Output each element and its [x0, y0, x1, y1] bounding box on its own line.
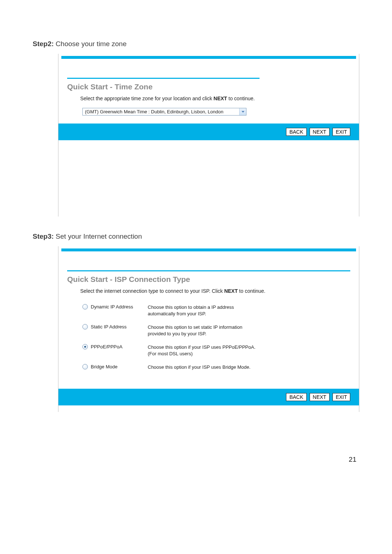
step3-button-bar: BACK NEXT EXIT: [58, 389, 359, 405]
next-button[interactable]: NEXT: [310, 393, 330, 401]
timezone-value: (GMT) Greenwich Mean Time : Dublin, Edin…: [83, 108, 239, 115]
section-divider: [67, 270, 350, 271]
step3-panel: Quick Start - ISP Connection Type Select…: [58, 246, 359, 412]
step3-caption: Step3: Set your Internet connection: [33, 232, 359, 240]
step2-panel: Quick Start - Time Zone Select the appro…: [58, 54, 359, 217]
step3-caption-bold: Step3:: [33, 232, 54, 240]
option-label: PPPoE/PPPoA: [91, 344, 122, 349]
step2-instruction: Select the appropriate time zone for you…: [80, 96, 350, 101]
exit-button[interactable]: EXIT: [332, 128, 350, 136]
timezone-select[interactable]: (GMT) Greenwich Mean Time : Dublin, Edin…: [82, 108, 246, 116]
next-button[interactable]: NEXT: [310, 128, 330, 136]
option-label: Bridge Mode: [91, 364, 118, 369]
option-label: Static IP Address: [91, 324, 127, 329]
back-button[interactable]: BACK: [286, 128, 306, 136]
radio-icon[interactable]: [82, 304, 88, 310]
radio-icon[interactable]: [82, 324, 88, 329]
top-accent-bar: [61, 56, 356, 59]
section-divider: [67, 78, 260, 79]
step2-caption-bold: Step2:: [33, 40, 54, 48]
isp-option-row[interactable]: Static IP Address Choose this option to …: [82, 320, 261, 340]
step2-title: Quick Start - Time Zone: [67, 82, 350, 91]
isp-options: Dynamic IP Address Choose this option to…: [82, 300, 261, 374]
option-desc: Choose this option if your ISP uses PPPo…: [148, 344, 261, 357]
radio-icon[interactable]: [82, 364, 88, 369]
option-desc: Choose this option if your ISP uses Brid…: [148, 364, 261, 371]
step3-instruction: Select the internet connection type to c…: [80, 288, 350, 294]
back-button[interactable]: BACK: [286, 393, 306, 401]
exit-button[interactable]: EXIT: [332, 393, 350, 401]
step2-button-bar: BACK NEXT EXIT: [58, 124, 359, 140]
option-label: Dynamic IP Address: [91, 304, 133, 310]
step2-caption: Step2: Choose your time zone: [33, 40, 359, 48]
option-desc: Choose this option to set static IP info…: [148, 324, 261, 337]
radio-icon[interactable]: [82, 344, 88, 349]
option-desc: Choose this option to obtain a IP addres…: [148, 304, 261, 317]
step3-title: Quick Start - ISP Connection Type: [67, 275, 350, 284]
step2-caption-text: Choose your time zone: [56, 40, 126, 48]
isp-option-row[interactable]: Dynamic IP Address Choose this option to…: [82, 300, 261, 320]
step3-caption-text: Set your Internet connection: [56, 232, 142, 240]
chevron-down-icon[interactable]: [239, 108, 246, 115]
top-accent-bar: [61, 248, 356, 251]
isp-option-row[interactable]: PPPoE/PPPoA Choose this option if your I…: [82, 340, 261, 360]
isp-option-row[interactable]: Bridge Mode Choose this option if your I…: [82, 360, 261, 374]
page-number: 21: [33, 456, 359, 464]
